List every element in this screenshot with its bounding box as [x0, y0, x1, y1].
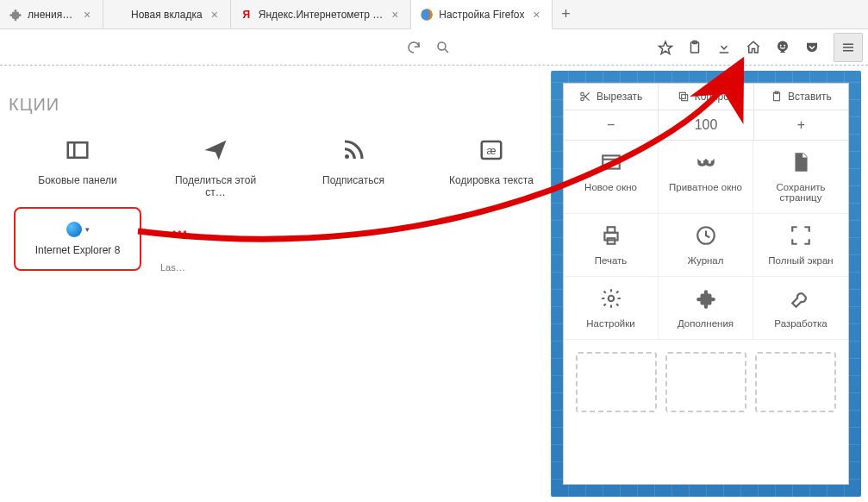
drop-slot[interactable] — [576, 352, 657, 412]
menu-new-window[interactable]: Новое окно — [564, 141, 659, 214]
svg-rect-25 — [603, 155, 620, 168]
shelf-label: Подписаться — [322, 174, 384, 186]
drop-slot[interactable] — [755, 352, 836, 412]
svg-point-27 — [701, 160, 703, 163]
close-icon[interactable]: × — [388, 8, 402, 22]
ie-item-highlight[interactable]: ▾ Internet Explorer 8 — [14, 207, 141, 271]
character-encoding-icon: æ — [476, 135, 507, 166]
shelf-item-encoding[interactable]: æ Кодировка текста — [440, 135, 543, 198]
cut-button[interactable]: Вырезать — [564, 84, 659, 110]
mask-icon — [693, 149, 719, 175]
tab-newtab[interactable]: Новая вкладка × — [103, 0, 231, 28]
shelf-item-share[interactable]: Поделиться этой ст… — [164, 135, 267, 198]
shelf-item-sidebar[interactable]: Боковые панели — [26, 135, 129, 198]
shelf-item-subscribe[interactable]: Подписаться — [302, 135, 405, 198]
menu-print[interactable]: Печать — [564, 214, 659, 277]
window-icon — [598, 149, 624, 175]
plus-icon: + — [561, 5, 571, 23]
copy-button[interactable]: Копиров — [659, 84, 753, 110]
bookmark-star-button[interactable] — [653, 35, 678, 60]
paper-plane-icon — [200, 135, 231, 166]
tab-customize[interactable]: Настройка Firefox × — [411, 0, 553, 29]
cut-label: Вырезать — [596, 91, 642, 103]
gear-icon — [598, 286, 624, 311]
chevron-down-icon: ▾ — [85, 225, 90, 234]
svg-point-14 — [345, 154, 349, 159]
scissors-icon — [579, 91, 591, 103]
navigation-toolbar — [0, 29, 868, 66]
search-button[interactable] — [430, 35, 456, 60]
menu-label: Журнал — [688, 255, 724, 266]
shelf-label: Боковые панели — [38, 174, 116, 186]
svg-point-28 — [708, 160, 710, 163]
ie-label: Internet Explorer 8 — [35, 244, 121, 256]
menu-label: Разработка — [774, 318, 827, 329]
shelf-label: Поделиться этой ст… — [164, 174, 267, 198]
lastpass-icon[interactable]: ••• — [172, 226, 189, 238]
clipboard-button[interactable] — [682, 35, 708, 60]
customize-area: КЦИИ Боковые панели Поделиться этой ст… … — [0, 66, 868, 502]
svg-point-8 — [784, 44, 785, 46]
menu-save-page[interactable]: Сохранить страницу — [753, 141, 848, 214]
edit-row: Вырезать Копиров Вставить — [564, 84, 848, 110]
drop-placeholders — [564, 340, 848, 424]
clock-icon — [693, 223, 719, 248]
menu-label: Печать — [595, 255, 628, 266]
pocket-button[interactable] — [799, 35, 825, 60]
puzzle-icon — [9, 8, 22, 22]
menu-label: Новое окно — [584, 182, 637, 192]
svg-point-17 — [581, 92, 584, 96]
svg-marker-3 — [659, 41, 672, 53]
svg-rect-21 — [681, 95, 687, 101]
plus-icon: + — [797, 117, 805, 133]
lastpass-label: Las… — [160, 262, 185, 273]
menu-private-window[interactable]: Приватное окно — [659, 141, 753, 214]
menu-button[interactable] — [834, 33, 863, 62]
menu-addons[interactable]: Дополнения — [659, 277, 753, 340]
close-icon[interactable]: × — [80, 8, 94, 22]
downloads-button[interactable] — [711, 35, 737, 60]
fullscreen-icon — [788, 223, 814, 248]
menu-panel-dropzone: Вырезать Копиров Вставить − 100 + — [551, 71, 861, 497]
svg-point-7 — [780, 44, 782, 46]
menu-label: Дополнения — [678, 318, 734, 329]
menu-grid: Новое окно Приватное окно Сохранить стра… — [564, 141, 848, 340]
svg-text:æ: æ — [486, 145, 496, 157]
svg-point-33 — [608, 296, 614, 302]
new-tab-button[interactable]: + — [553, 0, 578, 28]
svg-point-6 — [777, 41, 788, 51]
tab-addons[interactable]: лнения… × — [0, 0, 103, 28]
puzzle-icon — [693, 286, 719, 311]
svg-rect-12 — [68, 142, 88, 158]
menu-settings[interactable]: Настройки — [564, 277, 659, 340]
close-icon[interactable]: × — [208, 8, 222, 22]
zoom-value: 100 — [659, 110, 753, 140]
close-icon[interactable]: × — [529, 8, 543, 22]
menu-fullscreen[interactable]: Полный экран — [753, 214, 848, 277]
menu-developer[interactable]: Разработка — [753, 277, 848, 340]
svg-line-2 — [445, 49, 448, 53]
svg-rect-30 — [607, 227, 615, 233]
tab-yandex[interactable]: Я Яндекс.Интернетометр … × — [231, 0, 412, 28]
paste-button[interactable]: Вставить — [754, 84, 848, 110]
menu-history[interactable]: Журнал — [659, 214, 753, 277]
menu-label: Полный экран — [768, 255, 833, 266]
tab-strip: лнения… × Новая вкладка × Я Яндекс.Интер… — [0, 0, 868, 29]
available-items-shelf: Боковые панели Поделиться этой ст… Подпи… — [26, 135, 543, 198]
tab-label: Новая вкладка — [131, 9, 203, 21]
copy-label: Копиров — [695, 91, 735, 103]
yandex-icon: Я — [240, 8, 253, 22]
tab-label: Яндекс.Интернетометр … — [259, 9, 384, 21]
reload-button[interactable] — [401, 35, 427, 60]
home-button[interactable] — [740, 35, 766, 60]
svg-rect-22 — [679, 92, 685, 98]
minus-icon: − — [607, 117, 615, 133]
zoom-out-button[interactable]: − — [564, 110, 659, 140]
svg-point-1 — [438, 42, 446, 50]
drop-slot[interactable] — [665, 352, 746, 412]
zoom-in-button[interactable]: + — [754, 110, 848, 140]
shelf-label: Кодировка текста — [449, 174, 534, 186]
tab-label: Настройка Firefox — [439, 9, 524, 21]
menu-label: Сохранить страницу — [757, 182, 845, 203]
hello-button[interactable] — [770, 35, 796, 60]
